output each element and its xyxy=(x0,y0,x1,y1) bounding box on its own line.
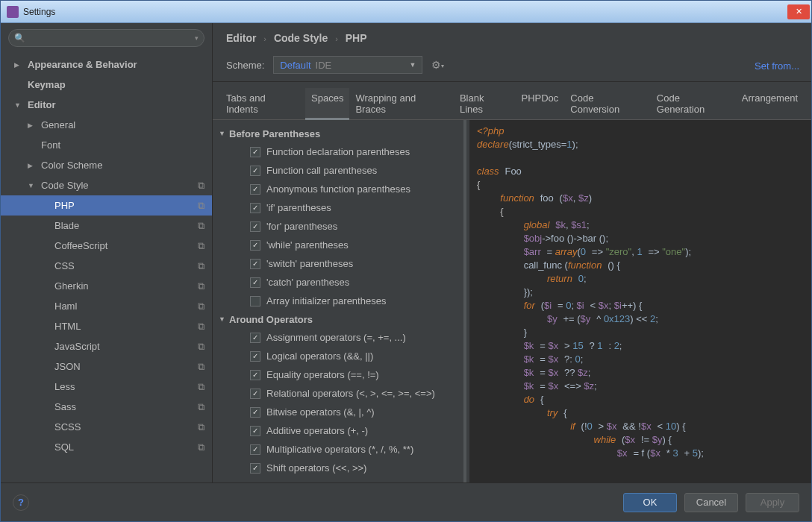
tree-item-coffeescript[interactable]: CoffeeScript⧉ xyxy=(1,236,212,256)
section-header[interactable]: ▼Around Operators xyxy=(213,310,463,328)
option-row: ✓Logical operators (&&, ||) xyxy=(213,347,463,365)
option-checkbox[interactable]: ✓ xyxy=(250,259,260,269)
tree-arrow-icon[interactable] xyxy=(28,181,37,189)
option-label: 'for' parentheses xyxy=(266,221,337,232)
tree-item-blade[interactable]: Blade⧉ xyxy=(1,216,212,236)
tab-arrangement[interactable]: Arrangement xyxy=(736,88,804,119)
option-checkbox[interactable]: ✓ xyxy=(250,351,260,362)
option-checkbox[interactable]: ✓ xyxy=(250,203,260,213)
option-label: Bitwise operators (&, |, ^) xyxy=(266,406,375,418)
tree-item-php[interactable]: PHP⧉ xyxy=(1,195,212,216)
scheme-select[interactable]: Default IDE ▼ xyxy=(273,56,422,74)
option-checkbox[interactable]: ✓ xyxy=(250,240,260,251)
tree-item-json[interactable]: JSON⧉ xyxy=(1,356,212,377)
tree-item-haml[interactable]: Haml⧉ xyxy=(1,296,212,316)
tree-label: Font xyxy=(41,139,212,151)
tree-item-color-scheme[interactable]: Color Scheme xyxy=(1,155,212,175)
tree-item-scss[interactable]: SCSS⧉ xyxy=(1,417,212,437)
section-title: Around Operators xyxy=(229,314,313,325)
tree-item-css[interactable]: CSS⧉ xyxy=(1,256,212,276)
option-checkbox[interactable]: ✓ xyxy=(250,333,260,343)
tree-item-javascript[interactable]: JavaScript⧉ xyxy=(1,336,212,356)
tree-label: Sass xyxy=(54,401,198,412)
tree-item-html[interactable]: HTML⧉ xyxy=(1,316,212,336)
option-checkbox[interactable]: ✓ xyxy=(250,221,260,232)
option-checkbox[interactable]: ✓ xyxy=(250,370,260,380)
gear-icon[interactable]: ⚙︎▾ xyxy=(431,59,444,71)
tree-label: HTML xyxy=(54,321,198,332)
option-label: Function declaration parentheses xyxy=(266,146,410,157)
tab-code-conversion[interactable]: Code Conversion xyxy=(564,88,650,119)
tree-label: JavaScript xyxy=(54,341,198,352)
option-checkbox[interactable]: ✓ xyxy=(250,407,260,418)
tree-arrow-icon[interactable] xyxy=(28,161,37,169)
option-row: ✓'while' parentheses xyxy=(213,236,463,254)
option-row: ✓'catch' parentheses xyxy=(213,273,463,292)
option-row: ✓'for' parentheses xyxy=(213,217,463,236)
set-from-link[interactable]: Set from... xyxy=(755,60,799,72)
option-label: 'switch' parentheses xyxy=(266,258,353,269)
option-checkbox[interactable]: ✓ xyxy=(250,166,260,176)
option-checkbox[interactable]: ✓ xyxy=(250,426,260,436)
help-button[interactable]: ? xyxy=(13,494,29,511)
option-checkbox[interactable]: ✓ xyxy=(250,463,260,474)
breadcrumb-b[interactable]: Code Style xyxy=(274,32,328,44)
code-style-tabs: Tabs and IndentsSpacesWrapping and Brace… xyxy=(213,82,811,120)
tree-item-font[interactable]: Font xyxy=(1,135,212,155)
section-header[interactable]: ▼Before Parentheses xyxy=(213,125,463,142)
option-row: ✓'if' parentheses xyxy=(213,198,463,217)
tree-label: JSON xyxy=(54,361,198,372)
option-checkbox[interactable]: ✓ xyxy=(250,184,260,195)
tree-item-gherkin[interactable]: Gherkin⧉ xyxy=(1,276,212,296)
window-close-button[interactable]: ✕ xyxy=(787,4,810,19)
option-checkbox[interactable]: ✓ xyxy=(250,389,260,399)
tree-label: Gherkin xyxy=(54,280,198,292)
tree-arrow-icon[interactable] xyxy=(28,121,37,129)
tree-item-code-style[interactable]: Code Style⧉ xyxy=(1,175,212,195)
option-row: Array initializer parentheses xyxy=(213,292,463,310)
apply-button[interactable]: Apply xyxy=(746,493,799,512)
tab-phpdoc[interactable]: PHPDoc xyxy=(516,88,565,119)
settings-sidebar: 🔍 ▾ Appearance & BehaviorKeymapEditorGen… xyxy=(1,23,213,482)
tree-label: Appearance & Behavior xyxy=(28,59,212,70)
breadcrumb: Editor › Code Style › PHP xyxy=(213,23,811,50)
option-label: Relational operators (<, >, <=, >=, <=>) xyxy=(266,388,435,399)
breadcrumb-c: PHP xyxy=(346,32,367,44)
tree-arrow-icon[interactable] xyxy=(14,60,23,69)
ok-button[interactable]: OK xyxy=(623,493,677,512)
tab-code-generation[interactable]: Code Generation xyxy=(651,88,736,119)
tab-tabs-and-indents[interactable]: Tabs and Indents xyxy=(220,88,305,119)
option-row: ✓Relational operators (<, >, <=, >=, <=>… xyxy=(213,384,463,403)
tree-item-less[interactable]: Less⧉ xyxy=(1,377,212,397)
option-checkbox[interactable]: ✓ xyxy=(250,277,260,288)
tab-wrapping-and-braces[interactable]: Wrapping and Braces xyxy=(349,88,454,119)
tree-label: PHP xyxy=(54,200,198,211)
breadcrumb-a[interactable]: Editor xyxy=(226,32,256,44)
option-checkbox[interactable] xyxy=(250,296,260,306)
tree-label: Color Scheme xyxy=(41,160,212,171)
tree-arrow-icon[interactable] xyxy=(14,101,23,109)
option-checkbox[interactable]: ✓ xyxy=(250,444,260,455)
tree-label: CSS xyxy=(54,260,198,271)
tree-item-keymap[interactable]: Keymap xyxy=(1,75,212,95)
project-scope-icon: ⧉ xyxy=(198,341,204,353)
option-checkbox[interactable]: ✓ xyxy=(250,147,260,157)
search-input[interactable] xyxy=(8,29,204,47)
tree-item-sql[interactable]: SQL⧉ xyxy=(1,437,212,457)
app-icon xyxy=(7,6,19,18)
tab-spaces[interactable]: Spaces xyxy=(305,88,349,120)
option-row: ✓'switch' parentheses xyxy=(213,254,463,273)
project-scope-icon: ⧉ xyxy=(198,421,204,433)
tree-label: Haml xyxy=(54,301,198,312)
tree-item-general[interactable]: General xyxy=(1,115,212,135)
tab-blank-lines[interactable]: Blank Lines xyxy=(454,88,516,119)
cancel-button[interactable]: Cancel xyxy=(684,493,738,512)
scheme-value: Default xyxy=(280,60,310,71)
tree-item-appearance-behavior[interactable]: Appearance & Behavior xyxy=(1,54,212,75)
tree-item-editor[interactable]: Editor xyxy=(1,95,212,115)
search-dropdown-icon[interactable]: ▾ xyxy=(195,34,199,42)
tree-item-sass[interactable]: Sass⧉ xyxy=(1,397,212,417)
option-label: Array initializer parentheses xyxy=(266,295,386,306)
project-scope-icon: ⧉ xyxy=(198,260,204,272)
option-row: ✓Multiplicative operators (*, /, %, **) xyxy=(213,440,463,459)
